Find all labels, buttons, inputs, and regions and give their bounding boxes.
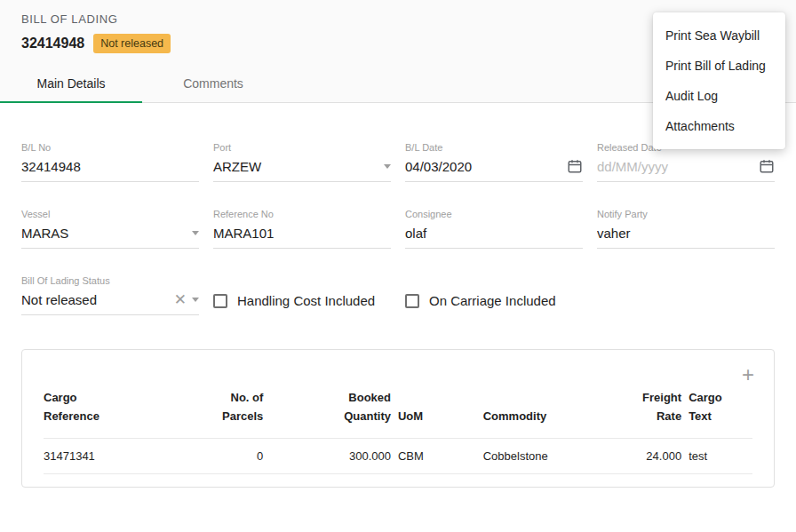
col-uom: UoM — [398, 389, 483, 438]
cargo-table-header-row: Cargo Reference No. of Parcels Booked Qu… — [44, 389, 752, 438]
col-booked-quantity: Booked Quantity — [270, 389, 398, 438]
col-cargo-text: Cargo Text — [689, 389, 752, 438]
active-tab-indicator — [0, 101, 142, 103]
status-badge: Not released — [93, 34, 171, 53]
reference-no-label: Reference No — [213, 209, 391, 219]
chevron-down-icon[interactable] — [384, 164, 391, 169]
cell-cargo-reference[interactable]: 31471341 — [44, 438, 200, 473]
table-row[interactable]: 31471341 0 300.000 CBM Cobbelstone 24.00… — [44, 438, 752, 473]
cell-no-of-parcels[interactable]: 0 — [200, 438, 271, 473]
chevron-down-icon[interactable] — [192, 231, 199, 235]
port-select[interactable]: ARZEW — [213, 157, 391, 182]
notify-party-input[interactable] — [597, 226, 775, 241]
bl-date-input[interactable] — [405, 159, 561, 174]
bl-date-label: B/L Date — [405, 142, 583, 153]
vessel-select[interactable]: MARAS — [21, 224, 199, 249]
chevron-down-icon[interactable] — [192, 298, 199, 302]
vessel-label: Vessel — [21, 209, 199, 219]
vessel-value: MARAS — [21, 226, 187, 241]
col-no-of-parcels: No. of Parcels — [200, 389, 271, 438]
consignee-input[interactable] — [405, 226, 583, 241]
menu-item-attachments[interactable]: Attachments — [653, 111, 785, 141]
port-label: Port — [213, 142, 391, 153]
checkbox-icon[interactable] — [405, 294, 419, 308]
handling-cost-label: Handling Cost Included — [237, 293, 375, 308]
checkbox-icon[interactable] — [213, 294, 227, 308]
released-date-input[interactable] — [597, 159, 753, 174]
add-cargo-button[interactable]: + — [742, 364, 754, 385]
notify-party-field: Notify Party — [597, 209, 775, 249]
bl-no-label: B/L No — [21, 142, 199, 153]
bl-status-label: Bill Of Lading Status — [21, 275, 199, 286]
cargo-table: Cargo Reference No. of Parcels Booked Qu… — [44, 389, 752, 474]
on-carriage-label: On Carriage Included — [429, 293, 556, 308]
context-menu: Print Sea Waybill Print Bill of Lading A… — [653, 12, 785, 149]
bl-status-field: Bill Of Lading Status Not released ✕ — [21, 275, 199, 315]
on-carriage-checkbox[interactable]: On Carriage Included — [405, 293, 583, 315]
menu-item-print-bill-of-lading[interactable]: Print Bill of Lading — [653, 51, 785, 81]
bl-no-input[interactable] — [21, 159, 199, 174]
notify-party-label: Notify Party — [597, 209, 775, 219]
calendar-icon[interactable] — [759, 158, 775, 174]
bl-number: 32414948 — [21, 36, 84, 52]
form-spacer — [597, 275, 775, 315]
menu-item-print-sea-waybill[interactable]: Print Sea Waybill — [653, 20, 785, 51]
clear-icon[interactable]: ✕ — [174, 292, 187, 307]
col-commodity: Commodity — [483, 389, 625, 438]
cell-freight-rate[interactable]: 24.000 — [625, 438, 689, 473]
cargo-card: + Cargo Reference No. of Parcels Booked … — [21, 349, 775, 488]
bl-status-select[interactable]: Not released ✕ — [21, 290, 199, 315]
menu-item-audit-log[interactable]: Audit Log — [653, 81, 785, 111]
col-cargo-reference: Cargo Reference — [44, 389, 200, 438]
cell-cargo-text[interactable]: test — [689, 438, 752, 473]
tab-comments[interactable]: Comments — [142, 64, 284, 102]
calendar-icon[interactable] — [567, 158, 583, 174]
cell-commodity[interactable]: Cobbelstone — [483, 438, 625, 473]
handling-cost-checkbox[interactable]: Handling Cost Included — [213, 293, 391, 315]
reference-no-input[interactable] — [213, 226, 391, 241]
consignee-label: Consignee — [405, 209, 583, 219]
port-value: ARZEW — [213, 159, 378, 174]
vessel-field: Vessel MARAS — [21, 209, 199, 249]
bl-no-field: B/L No — [21, 142, 199, 182]
tab-main-details[interactable]: Main Details — [0, 64, 142, 102]
bl-date-field: B/L Date — [405, 142, 583, 182]
bl-status-value: Not released — [21, 292, 169, 307]
cell-booked-quantity[interactable]: 300.000 — [270, 438, 398, 473]
col-freight-rate: Freight Rate — [625, 389, 689, 438]
consignee-field: Consignee — [405, 209, 583, 249]
port-field: Port ARZEW — [213, 142, 391, 182]
cell-uom[interactable]: CBM — [398, 438, 483, 473]
reference-no-field: Reference No — [213, 209, 391, 249]
